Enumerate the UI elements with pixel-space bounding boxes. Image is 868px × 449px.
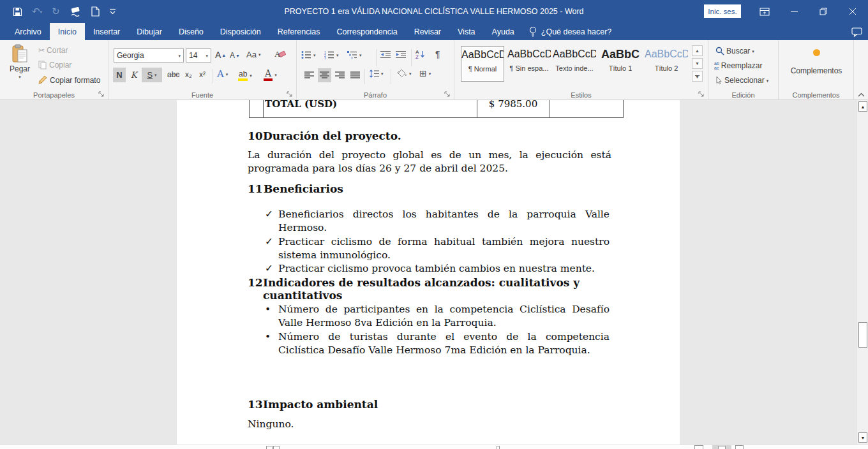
document-page[interactable]: TOTAL (USD) $ 7985.00 10 Duración del pr… xyxy=(177,100,680,445)
restore-button[interactable] xyxy=(811,0,836,23)
bold-button[interactable]: N xyxy=(113,68,126,82)
underline-dropdown-arrow: ▾ xyxy=(154,73,157,77)
list-item[interactable]: • Número de participantes en la competen… xyxy=(264,303,610,330)
tab-correspondencia[interactable]: Correspondencia xyxy=(328,23,405,40)
table-cell-total-label[interactable]: TOTAL (USD) xyxy=(265,98,475,115)
sign-in-button[interactable]: Inic. ses. xyxy=(704,4,741,18)
shrink-font-label: A xyxy=(230,51,235,60)
strikethrough-button[interactable]: abc xyxy=(167,70,179,79)
tab-insertar[interactable]: Insertar xyxy=(85,23,128,40)
style-sin-espaciado[interactable]: AaBbCcD ¶ Sin espa... xyxy=(507,46,551,82)
format-painter-button[interactable]: Copiar formato xyxy=(38,75,100,85)
select-button[interactable]: Seleccionar ▾ xyxy=(715,76,768,85)
font-size-value: 14 xyxy=(189,51,197,60)
find-button[interactable]: Buscar ▾ xyxy=(715,47,754,55)
increase-indent-button[interactable] xyxy=(396,50,407,59)
multilevel-list-button[interactable]: ▾ xyxy=(347,50,362,59)
tab-revisar[interactable]: Revisar xyxy=(406,23,449,40)
bullet-list-button[interactable]: ▾ xyxy=(301,50,316,59)
align-left-button[interactable] xyxy=(303,68,316,82)
text-highlight-button[interactable]: ab▾ xyxy=(238,70,252,81)
budget-table[interactable]: TOTAL (USD) $ 7985.00 xyxy=(249,100,624,118)
bulletlist-12[interactable]: • Número de participantes en la competen… xyxy=(264,303,610,357)
tab-disposicion[interactable]: Disposición xyxy=(212,23,269,40)
font-size-combo[interactable]: 14 ▾ xyxy=(186,48,211,63)
align-right-button[interactable] xyxy=(333,68,347,82)
grow-font-button[interactable]: A▲ xyxy=(215,50,226,60)
styles-scroll-up-icon[interactable]: ▲ xyxy=(692,45,703,56)
tab-ayuda[interactable]: Ayuda xyxy=(484,23,523,40)
addins-button[interactable]: Complementos xyxy=(779,49,854,75)
checklist-11[interactable]: ✓ Beneficiarios directos los habitantes … xyxy=(264,208,610,276)
ribbon-display-options-icon[interactable] xyxy=(752,0,777,23)
new-document-icon[interactable] xyxy=(91,6,100,17)
paste-button[interactable]: Pegar ▾ xyxy=(5,44,34,79)
style-titulo-2[interactable]: AaBbCcD Título 2 xyxy=(645,46,688,82)
styles-dialog-launcher-icon[interactable] xyxy=(698,91,705,98)
styles-scroll-down-icon[interactable]: ▼ xyxy=(692,58,703,69)
heading-13[interactable]: 13 Impacto ambiental xyxy=(248,398,611,411)
paragraph-dialog-launcher-icon[interactable] xyxy=(444,91,451,98)
customize-qat-icon[interactable] xyxy=(109,8,116,15)
font-dialog-launcher-icon[interactable] xyxy=(287,91,293,98)
change-case-button[interactable]: Aa▾ xyxy=(246,50,260,59)
save-icon[interactable] xyxy=(13,7,22,17)
text-effects-button[interactable]: A▾ xyxy=(217,68,228,80)
underline-button[interactable]: S▾ xyxy=(142,68,162,82)
collapse-ribbon-icon[interactable] xyxy=(856,89,867,99)
align-center-button[interactable] xyxy=(318,68,331,82)
style-texto-independiente[interactable]: AaBbCcD Texto inde... xyxy=(553,46,596,82)
justify-button[interactable] xyxy=(348,68,362,82)
list-item[interactable]: ✓ Practicar ciclismo provoca también cam… xyxy=(264,262,610,276)
table-cell-total-value[interactable]: $ 7985.00 xyxy=(477,98,549,115)
list-item[interactable]: ✓ Beneficiarios directos los habitantes … xyxy=(264,208,610,235)
list-item[interactable]: • Número de turistas durante el evento d… xyxy=(264,330,610,358)
shading-dropdown-arrow: ▾ xyxy=(409,71,412,76)
copy-icon xyxy=(38,61,47,70)
shading-button[interactable]: ▾ xyxy=(396,69,412,78)
paragraph-10[interactable]: La duración del proyecto global es de un… xyxy=(248,149,611,175)
style-titulo-1[interactable]: AaBbC Título 1 xyxy=(599,46,642,82)
font-family-combo[interactable]: Georgia ▾ xyxy=(114,48,184,63)
font-color-button[interactable]: A▾ xyxy=(264,68,277,81)
tab-inicio[interactable]: Inicio xyxy=(50,23,85,40)
scroll-up-icon[interactable]: ▲ xyxy=(858,101,867,112)
scrollbar-thumb[interactable] xyxy=(858,322,867,348)
heading-11[interactable]: 11 Beneficiarios xyxy=(248,182,611,195)
heading-10-number: 10 xyxy=(248,129,263,142)
borders-button[interactable]: ⊞▾ xyxy=(419,68,431,78)
heading-10[interactable]: 10 Duración del proyecto. xyxy=(248,129,611,142)
eraser-icon[interactable] xyxy=(70,7,82,17)
tab-referencias[interactable]: Referencias xyxy=(269,23,329,40)
scroll-down-icon[interactable]: ▼ xyxy=(858,432,867,443)
tab-dibujar[interactable]: Dibujar xyxy=(128,23,170,40)
style-normal[interactable]: AaBbCcD ¶ Normal xyxy=(461,46,504,82)
heading-12[interactable]: 12 Indicadores de resultados alcanzados:… xyxy=(248,276,611,302)
minimize-button[interactable] xyxy=(781,0,807,23)
web-layout-view-button[interactable] xyxy=(735,445,744,449)
tab-archivo[interactable]: Archivo xyxy=(6,23,50,40)
subscript-button[interactable]: x₂ xyxy=(185,70,192,79)
sort-button[interactable]: AZ xyxy=(415,49,425,59)
list-item[interactable]: ✓ Practicar ciclismo de forma habitual t… xyxy=(264,235,610,263)
numbered-list-button[interactable]: 123 ▾ xyxy=(324,50,339,59)
clear-formatting-button[interactable]: A xyxy=(274,48,286,59)
print-layout-view-button[interactable] xyxy=(712,445,731,449)
tell-me-box[interactable]: ¿Qué desea hacer? xyxy=(523,23,618,40)
tab-diseno[interactable]: Diseño xyxy=(170,23,212,40)
tab-vista[interactable]: Vista xyxy=(449,23,484,40)
line-spacing-button[interactable]: ▾ xyxy=(369,70,384,78)
paragraph-13[interactable]: Ninguno. xyxy=(248,418,611,431)
close-button[interactable] xyxy=(840,0,865,23)
superscript-button[interactable]: x² xyxy=(199,70,206,79)
show-paragraph-marks-button[interactable]: ¶ xyxy=(435,49,440,59)
styles-more-icon[interactable]: ▼ xyxy=(692,71,703,82)
read-mode-view-button[interactable] xyxy=(694,445,703,449)
replace-button[interactable]: abac Reemplazar xyxy=(714,61,763,70)
shrink-font-button[interactable]: A▼ xyxy=(230,51,240,60)
vertical-scrollbar[interactable]: ▲ ▼ xyxy=(857,100,868,445)
decrease-indent-button[interactable] xyxy=(380,50,391,59)
comments-icon[interactable] xyxy=(849,26,864,38)
italic-button[interactable]: K xyxy=(128,68,139,82)
clipboard-dialog-launcher-icon[interactable] xyxy=(98,91,105,98)
